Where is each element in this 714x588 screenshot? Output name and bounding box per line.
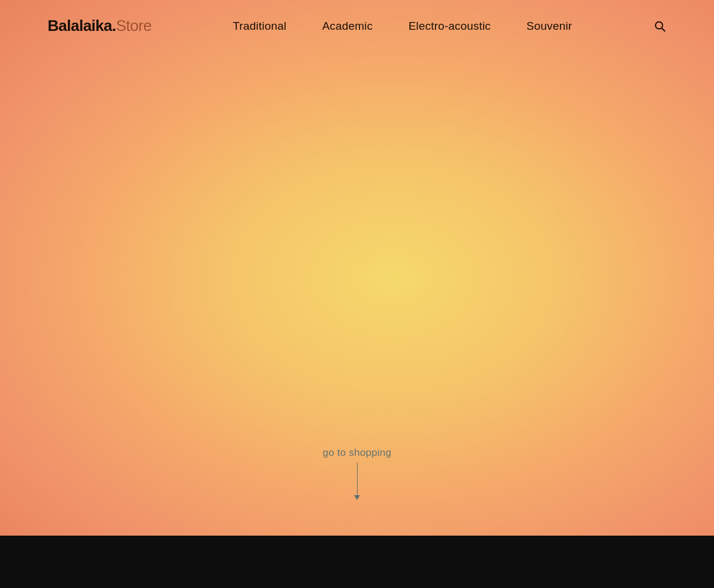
nav-link-academic[interactable]: Academic — [322, 20, 372, 32]
nav-link-electro-acoustic[interactable]: Electro-acoustic — [408, 20, 490, 32]
hero-content: go to shopping — [0, 52, 714, 536]
nav-item-traditional[interactable]: Traditional — [233, 20, 286, 33]
nav-links: Traditional Academic Electro-acoustic So… — [233, 20, 572, 33]
arrow-line — [357, 462, 358, 495]
nav-link-souvenir[interactable]: Souvenir — [527, 20, 572, 32]
svg-line-1 — [662, 28, 665, 31]
arrow-down-icon — [354, 462, 360, 500]
search-button[interactable] — [653, 20, 666, 33]
logo-brand: Balalaika. — [48, 17, 116, 35]
nav-item-souvenir[interactable]: Souvenir — [527, 20, 572, 33]
go-to-shopping-text: go to shopping — [322, 447, 392, 459]
navbar: Balalaika. Store Traditional Academic El… — [0, 0, 714, 52]
footer-bar — [0, 536, 714, 588]
logo: Balalaika. Store — [48, 17, 152, 35]
arrow-head — [354, 495, 360, 500]
hero-section: Balalaika. Store Traditional Academic El… — [0, 0, 714, 536]
nav-item-electro-acoustic[interactable]: Electro-acoustic — [408, 20, 490, 33]
page-wrapper: Balalaika. Store Traditional Academic El… — [0, 0, 714, 588]
go-to-shopping[interactable]: go to shopping — [322, 447, 392, 500]
nav-item-academic[interactable]: Academic — [322, 20, 372, 33]
logo-store: Store — [116, 17, 152, 35]
nav-link-traditional[interactable]: Traditional — [233, 20, 286, 32]
search-icon — [653, 20, 666, 33]
